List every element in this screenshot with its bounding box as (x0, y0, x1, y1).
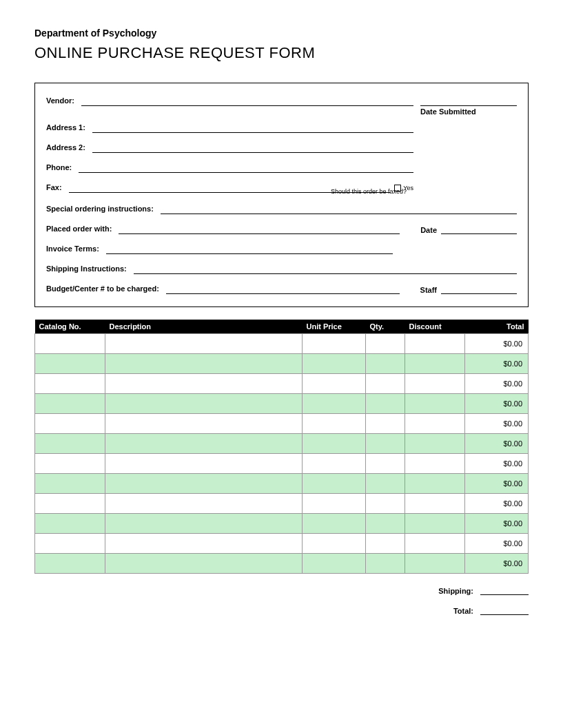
cell-discount[interactable] (405, 334, 465, 354)
fax-input[interactable] (69, 183, 391, 193)
cell-qty[interactable] (366, 334, 405, 354)
cell-discount[interactable] (405, 434, 465, 454)
invoice-terms-label: Invoice Terms: (46, 245, 106, 254)
placed-order-input[interactable] (119, 224, 400, 234)
shipping-instructions-label: Shipping Instructions: (46, 264, 134, 274)
cell-description[interactable] (105, 334, 303, 354)
vendor-input[interactable] (81, 96, 413, 106)
cell-unit_price[interactable] (303, 514, 366, 534)
cell-catalog[interactable] (35, 434, 105, 454)
cell-total: $0.00 (465, 414, 529, 434)
fax-yes-checkbox[interactable]: Yes (394, 185, 413, 193)
cell-qty[interactable] (366, 354, 405, 374)
cell-total: $0.00 (465, 434, 529, 454)
cell-unit_price[interactable] (303, 394, 366, 414)
staff-input[interactable] (441, 284, 517, 294)
cell-catalog[interactable] (35, 414, 105, 434)
cell-description[interactable] (105, 474, 303, 494)
vendor-label: Vendor: (46, 96, 81, 106)
table-row: $0.00 (35, 514, 529, 534)
table-row: $0.00 (35, 554, 529, 574)
cell-unit_price[interactable] (303, 334, 366, 354)
table-row: $0.00 (35, 534, 529, 554)
cell-discount[interactable] (405, 374, 465, 394)
cell-qty[interactable] (366, 454, 405, 474)
budget-input[interactable] (166, 284, 400, 294)
cell-description[interactable] (105, 454, 303, 474)
cell-unit_price[interactable] (303, 494, 366, 514)
address1-input[interactable] (92, 123, 413, 133)
shipping-instructions-input[interactable] (134, 264, 517, 274)
cell-description[interactable] (105, 494, 303, 514)
cell-discount[interactable] (405, 494, 465, 514)
address1-label: Address 1: (46, 123, 92, 133)
grand-total-label: Total: (453, 607, 480, 615)
cell-qty[interactable] (366, 414, 405, 434)
cell-catalog[interactable] (35, 474, 105, 494)
cell-discount[interactable] (405, 394, 465, 414)
cell-unit_price[interactable] (303, 474, 366, 494)
cell-discount[interactable] (405, 454, 465, 474)
cell-unit_price[interactable] (303, 554, 366, 574)
grand-total-input[interactable] (480, 605, 529, 615)
table-row: $0.00 (35, 394, 529, 414)
special-instructions-input[interactable] (161, 204, 517, 214)
invoice-terms-input[interactable] (106, 244, 393, 254)
cell-discount[interactable] (405, 534, 465, 554)
phone-label: Phone: (46, 163, 79, 173)
cell-qty[interactable] (366, 514, 405, 534)
cell-description[interactable] (105, 394, 303, 414)
cell-catalog[interactable] (35, 374, 105, 394)
cell-description[interactable] (105, 534, 303, 554)
cell-qty[interactable] (366, 554, 405, 574)
cell-description[interactable] (105, 374, 303, 394)
cell-discount[interactable] (405, 514, 465, 534)
cell-catalog[interactable] (35, 554, 105, 574)
items-table: Catalog No. Description Unit Price Qty. … (34, 320, 529, 574)
special-instructions-label: Special ordering instructions: (46, 205, 161, 214)
date-label: Date (420, 226, 441, 234)
cell-qty[interactable] (366, 374, 405, 394)
shipping-total-input[interactable] (480, 585, 529, 595)
cell-description[interactable] (105, 514, 303, 534)
cell-catalog[interactable] (35, 514, 105, 534)
cell-total: $0.00 (465, 354, 529, 374)
cell-discount[interactable] (405, 414, 465, 434)
cell-unit_price[interactable] (303, 354, 366, 374)
cell-unit_price[interactable] (303, 434, 366, 454)
table-row: $0.00 (35, 454, 529, 474)
table-row: $0.00 (35, 494, 529, 514)
date-input[interactable] (441, 224, 517, 234)
cell-unit_price[interactable] (303, 454, 366, 474)
cell-catalog[interactable] (35, 354, 105, 374)
cell-discount[interactable] (405, 474, 465, 494)
cell-catalog[interactable] (35, 334, 105, 354)
cell-total: $0.00 (465, 334, 529, 354)
cell-qty[interactable] (366, 394, 405, 414)
cell-qty[interactable] (366, 534, 405, 554)
cell-description[interactable] (105, 414, 303, 434)
cell-description[interactable] (105, 554, 303, 574)
totals-section: Shipping: Total: (34, 585, 529, 615)
th-catalog: Catalog No. (35, 320, 105, 334)
cell-description[interactable] (105, 434, 303, 454)
date-submitted-input[interactable] (420, 96, 517, 106)
cell-catalog[interactable] (35, 454, 105, 474)
cell-unit_price[interactable] (303, 374, 366, 394)
cell-discount[interactable] (405, 354, 465, 374)
shipping-total-label: Shipping: (438, 587, 480, 595)
phone-input[interactable] (79, 163, 413, 173)
cell-unit_price[interactable] (303, 534, 366, 554)
cell-catalog[interactable] (35, 494, 105, 514)
cell-discount[interactable] (405, 554, 465, 574)
cell-qty[interactable] (366, 494, 405, 514)
cell-catalog[interactable] (35, 534, 105, 554)
cell-catalog[interactable] (35, 394, 105, 414)
cell-total: $0.00 (465, 394, 529, 414)
address2-input[interactable] (92, 143, 413, 153)
cell-qty[interactable] (366, 434, 405, 454)
cell-qty[interactable] (366, 474, 405, 494)
cell-description[interactable] (105, 354, 303, 374)
cell-unit_price[interactable] (303, 414, 366, 434)
table-row: $0.00 (35, 374, 529, 394)
